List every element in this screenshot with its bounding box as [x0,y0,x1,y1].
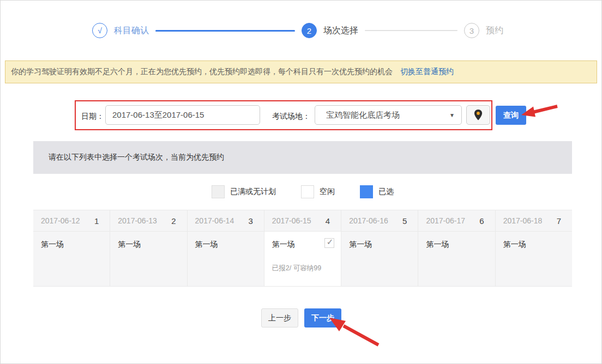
map-location-button[interactable] [466,105,490,125]
legend-swatch-full [212,185,225,198]
check-icon: √ [98,26,102,35]
legend-item-selected: 已选 [360,185,394,198]
date-header: 2017-06-121 [33,210,110,231]
step-indicator: √ 科目确认 2 场次选择 3 预约 [1,1,601,60]
date-header: 2017-06-165 [341,210,418,231]
list-instruction-bar: 请在以下列表中选择一个考试场次，当前为优先预约 [33,141,572,174]
date-header: 2017-06-176 [418,210,495,231]
notice-text: 你的学习驾驶证明有效期不足六个月，正在为您优先预约，优先预约即选即得，每个科目只… [11,67,393,77]
legend-label-selected: 已选 [378,187,394,197]
date-label: 日期： [81,112,104,122]
step-connector-2 [365,30,457,31]
check-icon: ✓ [327,237,334,247]
schedule-body-row: 第一场 第一场 第一场 第一场 ✓ 已报2/ 可容纳99 第一场 第一场 第一场 [33,232,572,287]
legend-swatch-selected [360,185,373,198]
legend-item-free: 空闲 [301,185,335,198]
session-cell[interactable]: 第一场 [110,232,186,286]
next-step-button[interactable]: 下一步 [304,308,341,327]
venue-selected-value: 宝鸡智能化底店考场 [315,110,449,120]
step1-circle: √ [92,23,107,38]
session-schedule-table: 2017-06-121 2017-06-132 2017-06-143 2017… [33,210,572,287]
session-checkbox-checked[interactable]: ✓ [324,238,334,248]
schedule-header-row: 2017-06-121 2017-06-132 2017-06-143 2017… [33,210,572,232]
step2-label: 场次选择 [323,25,358,37]
map-pin-icon [473,109,484,121]
legend-label-free: 空闲 [320,187,335,197]
query-button[interactable]: 查询 [496,106,526,125]
session-cell[interactable]: 第一场 [418,232,495,286]
venue-select[interactable]: 宝鸡智能化底店考场 ▼ [315,105,462,125]
priority-booking-notice: 你的学习驾驶证明有效期不足六个月，正在为您优先预约，优先预约即选即得，每个科目只… [5,60,597,83]
date-header: 2017-06-132 [110,210,186,231]
step3-circle: 3 [464,23,479,38]
step-connector-1 [155,30,295,32]
list-instruction-text: 请在以下列表中选择一个考试场次，当前为优先预约 [49,153,224,162]
date-header: 2017-06-154 [264,210,341,231]
session-cell[interactable]: 第一场 [187,232,264,286]
exam-session-booking-page: √ 科目确认 2 场次选择 3 预约 你的学习驾驶证明有效期不足六个月，正在为您… [0,0,602,364]
legend-swatch-free [301,185,314,198]
chevron-down-icon: ▼ [449,112,461,118]
switch-to-normal-booking-link[interactable]: 切换至普通预约 [400,67,454,77]
legend-label-full: 已满或无计划 [230,187,276,197]
session-cell-selected[interactable]: 第一场 ✓ 已报2/ 可容纳99 [264,232,341,286]
previous-step-button[interactable]: 上一步 [261,308,298,327]
status-legend: 已满或无计划 空闲 已选 [33,174,572,210]
date-header: 2017-06-143 [187,210,264,231]
session-capacity-text: 已报2/ 可容纳99 [272,264,333,273]
venue-label: 考试场地： [272,112,310,122]
step1-label: 科目确认 [114,25,149,37]
legend-item-full: 已满或无计划 [212,185,276,198]
date-range-input[interactable] [105,105,260,125]
session-cell[interactable]: 第一场 [495,232,572,286]
step2-circle: 2 [302,23,317,38]
date-header: 2017-06-187 [495,210,572,231]
session-cell[interactable]: 第一场 [341,232,418,286]
step3-label: 预约 [486,25,503,37]
session-cell[interactable]: 第一场 [33,232,110,286]
